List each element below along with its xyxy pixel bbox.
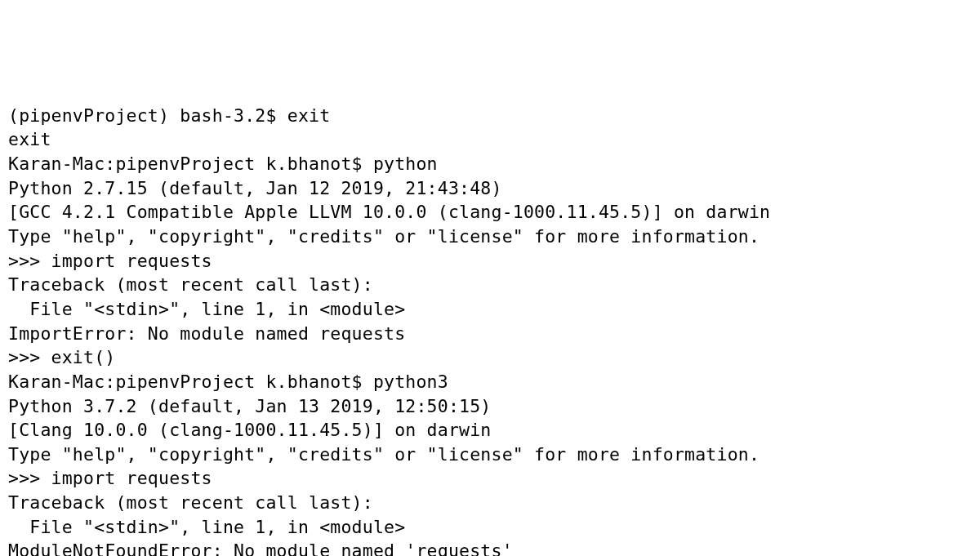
terminal-line: Python 3.7.2 (default, Jan 13 2019, 12:5… bbox=[8, 394, 972, 419]
terminal-line: File "<stdin>", line 1, in <module> bbox=[8, 297, 972, 322]
terminal-line: Python 2.7.15 (default, Jan 12 2019, 21:… bbox=[8, 176, 972, 201]
terminal-line: Karan-Mac:pipenvProject k.bhanot$ python bbox=[8, 152, 972, 176]
terminal-line: >>> import requests bbox=[8, 466, 972, 491]
terminal-line: ImportError: No module named requests bbox=[8, 322, 972, 346]
terminal-line: Type "help", "copyright", "credits" or "… bbox=[8, 225, 972, 249]
terminal-output[interactable]: (pipenvProject) bash-3.2$ exitexitKaran-… bbox=[8, 104, 972, 556]
terminal-line: >>> exit() bbox=[8, 345, 972, 370]
terminal-line: Traceback (most recent call last): bbox=[8, 491, 972, 515]
terminal-line: Type "help", "copyright", "credits" or "… bbox=[8, 443, 972, 467]
terminal-line: [Clang 10.0.0 (clang-1000.11.45.5)] on d… bbox=[8, 418, 972, 443]
terminal-line: [GCC 4.2.1 Compatible Apple LLVM 10.0.0 … bbox=[8, 200, 972, 225]
terminal-line: ModuleNotFoundError: No module named 're… bbox=[8, 539, 972, 556]
terminal-line: exit bbox=[8, 127, 972, 152]
terminal-line: Karan-Mac:pipenvProject k.bhanot$ python… bbox=[8, 370, 972, 394]
terminal-line: Traceback (most recent call last): bbox=[8, 273, 972, 297]
terminal-line: >>> import requests bbox=[8, 249, 972, 274]
terminal-line: (pipenvProject) bash-3.2$ exit bbox=[8, 104, 972, 128]
terminal-line: File "<stdin>", line 1, in <module> bbox=[8, 515, 972, 540]
